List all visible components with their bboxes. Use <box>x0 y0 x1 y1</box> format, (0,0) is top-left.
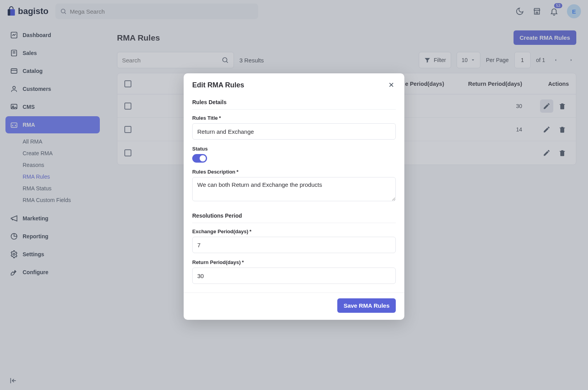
status-label: Status <box>192 146 396 152</box>
close-icon: ✕ <box>388 81 394 89</box>
modal-close-button[interactable]: ✕ <box>386 80 396 90</box>
modal-title: Edit RMA Rules <box>192 81 244 89</box>
rules-desc-input[interactable] <box>192 177 396 201</box>
edit-rma-rules-modal: Edit RMA Rules ✕ Rules Details Rules Tit… <box>184 73 404 320</box>
rules-title-input[interactable] <box>192 123 396 140</box>
exchange-period-label: Exchange Period(days)* <box>192 229 396 234</box>
section-resolutions: Resolutions Period <box>192 209 396 223</box>
rules-title-label: Rules Title* <box>192 115 396 121</box>
modal-overlay[interactable]: Edit RMA Rules ✕ Rules Details Rules Tit… <box>0 0 588 390</box>
save-rma-rules-button[interactable]: Save RMA Rules <box>337 298 396 313</box>
section-rules-details: Rules Details <box>192 95 396 110</box>
return-period-input[interactable] <box>192 268 396 284</box>
return-period-label: Return Period(days)* <box>192 259 396 265</box>
exchange-period-input[interactable] <box>192 237 396 253</box>
rules-desc-label: Rules Description* <box>192 169 396 175</box>
status-toggle[interactable] <box>192 154 207 163</box>
